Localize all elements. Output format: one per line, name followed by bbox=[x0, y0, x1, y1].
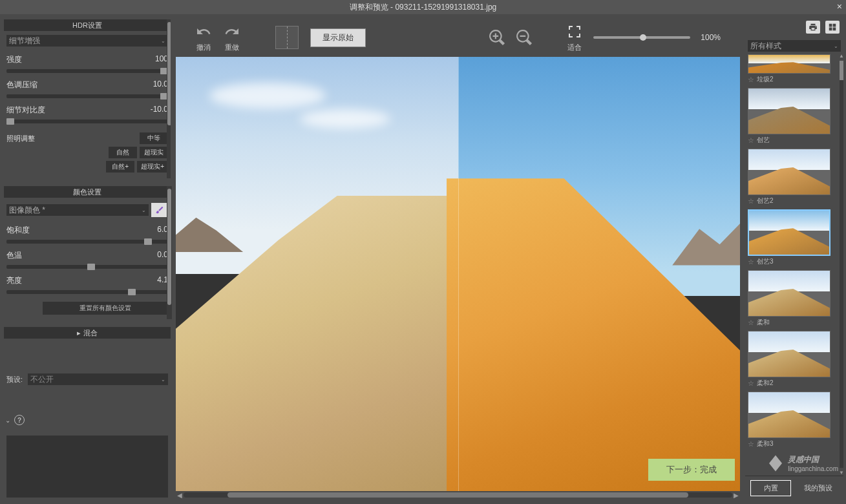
caret-icon: ⌄ bbox=[161, 38, 165, 44]
brightness-slider[interactable]: 亮度4.1 bbox=[4, 273, 171, 298]
help-row: ⌄ ? bbox=[4, 411, 171, 429]
preset-label: 柔和3 bbox=[757, 439, 774, 448]
preset-thumb[interactable] bbox=[748, 149, 830, 195]
tab-my-presets[interactable]: 我的预设 bbox=[798, 480, 838, 496]
scroll-down-arrow[interactable]: ▼ bbox=[838, 470, 843, 476]
preset-dropdown[interactable]: 不公开⌄ bbox=[28, 373, 168, 385]
center-panel: 撤消 重做 显示原始 适合 100% bbox=[173, 14, 743, 504]
intensity-label: 强度 bbox=[6, 54, 22, 65]
print-icon[interactable] bbox=[806, 21, 820, 34]
zoom-handle[interactable] bbox=[640, 34, 646, 41]
preset-label: 创艺2 bbox=[757, 196, 774, 205]
preset-row: 预设: 不公开⌄ bbox=[4, 371, 171, 388]
slider-handle[interactable] bbox=[6, 118, 14, 125]
temperature-slider[interactable]: 色温0.0 bbox=[4, 247, 171, 273]
preset-thumb[interactable] bbox=[748, 270, 830, 317]
preset-scrollbar[interactable]: ▲ ▼ bbox=[838, 53, 843, 476]
undo-icon bbox=[195, 23, 212, 40]
lighting-medium-button[interactable]: 中等 bbox=[140, 132, 168, 144]
intensity-slider[interactable]: 强度100 bbox=[4, 52, 171, 77]
help-icon[interactable]: ? bbox=[14, 415, 25, 425]
preset-item[interactable]: ☆垃圾2 bbox=[748, 54, 842, 85]
next-step-button[interactable]: 下一步：完成 bbox=[648, 459, 735, 481]
zoom-slider[interactable] bbox=[593, 36, 690, 39]
styles-value: 所有样式 bbox=[750, 41, 781, 52]
zoom-in-button[interactable] bbox=[489, 29, 505, 46]
slider-handle[interactable] bbox=[144, 238, 152, 245]
hdr-panel: HDR设置 细节增强⌄ 强度100 色调压缩10.0 细节对比度-10.0 照明… bbox=[4, 19, 171, 181]
color-mode-dropdown[interactable]: 图像颜色 *⌄ bbox=[6, 204, 149, 216]
preset-thumb[interactable] bbox=[748, 331, 830, 377]
grid-view-icon[interactable] bbox=[825, 21, 840, 34]
preset-label: 柔和2 bbox=[757, 379, 774, 388]
eyedropper-button[interactable] bbox=[151, 203, 168, 217]
preset-item[interactable]: ☆创艺2 bbox=[748, 149, 842, 207]
scroll-up-arrow[interactable]: ▲ bbox=[838, 53, 843, 59]
color-mode-value: 图像颜色 * bbox=[9, 205, 45, 216]
zoom-percent: 100% bbox=[701, 33, 721, 42]
right-panel: 所有样式⌄ ☆垃圾2☆创艺☆创艺2☆创艺3☆柔和☆柔和2☆柔和3 ▲ ▼ 灵感中… bbox=[743, 14, 846, 504]
preset-item[interactable]: ☆柔和 bbox=[748, 270, 842, 328]
lighting-surreal-button[interactable]: 超现实 bbox=[140, 147, 168, 158]
canvas-wrap: ◀ ▶ 下一步：完成 bbox=[176, 57, 740, 499]
detail-value: -10.0 bbox=[151, 105, 168, 116]
detail-contrast-slider[interactable]: 细节对比度-10.0 bbox=[4, 102, 171, 127]
preset-list: ☆垃圾2☆创艺☆创艺2☆创艺3☆柔和☆柔和2☆柔和3 ▲ ▼ bbox=[745, 53, 843, 476]
lighting-label: 照明调整 bbox=[6, 134, 136, 143]
redo-button[interactable]: 重做 bbox=[224, 23, 240, 52]
caret-icon: ⌄ bbox=[834, 43, 838, 49]
navigator-box[interactable] bbox=[6, 436, 168, 498]
close-icon[interactable]: × bbox=[837, 1, 842, 12]
slider-handle[interactable] bbox=[87, 264, 95, 270]
detail-label: 细节对比度 bbox=[6, 105, 45, 116]
lighting-nat-plus-button[interactable]: 自然+ bbox=[106, 161, 134, 173]
blend-header[interactable]: ▸ 混合 bbox=[4, 327, 171, 339]
star-icon[interactable]: ☆ bbox=[748, 440, 754, 448]
bright-label: 亮度 bbox=[6, 275, 22, 286]
reset-color-button[interactable]: 重置所有颜色设置 bbox=[43, 302, 168, 315]
scroll-left-arrow[interactable]: ◀ bbox=[176, 492, 184, 499]
tone-label: 色调压缩 bbox=[6, 79, 37, 90]
chevron-down-icon[interactable]: ⌄ bbox=[5, 417, 10, 424]
scroll-right-arrow[interactable]: ▶ bbox=[732, 492, 740, 499]
preset-item[interactable]: ☆柔和2 bbox=[748, 331, 842, 389]
tone-compression-slider[interactable]: 色调压缩10.0 bbox=[4, 77, 171, 102]
hdr-mode-dropdown[interactable]: 细节增强⌄ bbox=[6, 35, 168, 47]
scrollbar-thumb[interactable] bbox=[840, 61, 843, 80]
star-icon[interactable]: ☆ bbox=[748, 76, 754, 84]
undo-button[interactable]: 撤消 bbox=[195, 23, 212, 52]
styles-dropdown[interactable]: 所有样式⌄ bbox=[748, 40, 841, 52]
lighting-sur-plus-button[interactable]: 超现实+ bbox=[137, 161, 168, 173]
zoom-out-button[interactable] bbox=[516, 29, 533, 46]
fit-button[interactable]: 适合 bbox=[566, 23, 583, 52]
compare-toggle[interactable] bbox=[275, 26, 299, 49]
lighting-natural-button[interactable]: 自然 bbox=[109, 147, 137, 158]
star-icon[interactable]: ☆ bbox=[748, 379, 754, 388]
slider-handle[interactable] bbox=[128, 289, 136, 295]
preset-item[interactable]: ☆创艺3 bbox=[748, 209, 842, 268]
preset-item[interactable]: ☆柔和3 bbox=[748, 392, 842, 450]
tone-value: 10.0 bbox=[153, 79, 168, 90]
image-canvas[interactable] bbox=[176, 57, 740, 491]
caret-icon: ⌄ bbox=[161, 377, 165, 383]
show-original-button[interactable]: 显示原始 bbox=[310, 28, 366, 47]
star-icon[interactable]: ☆ bbox=[748, 136, 754, 145]
preset-thumb[interactable] bbox=[748, 88, 830, 134]
scrollbar-thumb[interactable] bbox=[227, 492, 688, 498]
preset-label: 创艺3 bbox=[757, 257, 774, 266]
saturation-slider[interactable]: 饱和度6.0 bbox=[4, 222, 171, 247]
star-icon[interactable]: ☆ bbox=[748, 258, 754, 266]
star-icon[interactable]: ☆ bbox=[748, 319, 754, 327]
preset-thumb[interactable] bbox=[748, 392, 830, 438]
preset-thumb[interactable] bbox=[748, 209, 830, 256]
preset-thumb[interactable] bbox=[748, 54, 830, 74]
preset-item[interactable]: ☆创艺 bbox=[748, 88, 842, 146]
app-body: HDR设置 细节增强⌄ 强度100 色调压缩10.0 细节对比度-10.0 照明… bbox=[0, 14, 846, 504]
caret-icon: ⌄ bbox=[142, 207, 146, 213]
titlebar: 调整和预览 - 093211-15291991318031.jpg × bbox=[0, 0, 846, 14]
tab-builtin[interactable]: 内置 bbox=[750, 480, 791, 496]
color-header: 颜色设置 bbox=[4, 186, 171, 198]
horizontal-scrollbar[interactable]: ◀ ▶ bbox=[176, 491, 740, 499]
star-icon[interactable]: ☆ bbox=[748, 197, 754, 205]
redo-label: 重做 bbox=[225, 43, 239, 52]
